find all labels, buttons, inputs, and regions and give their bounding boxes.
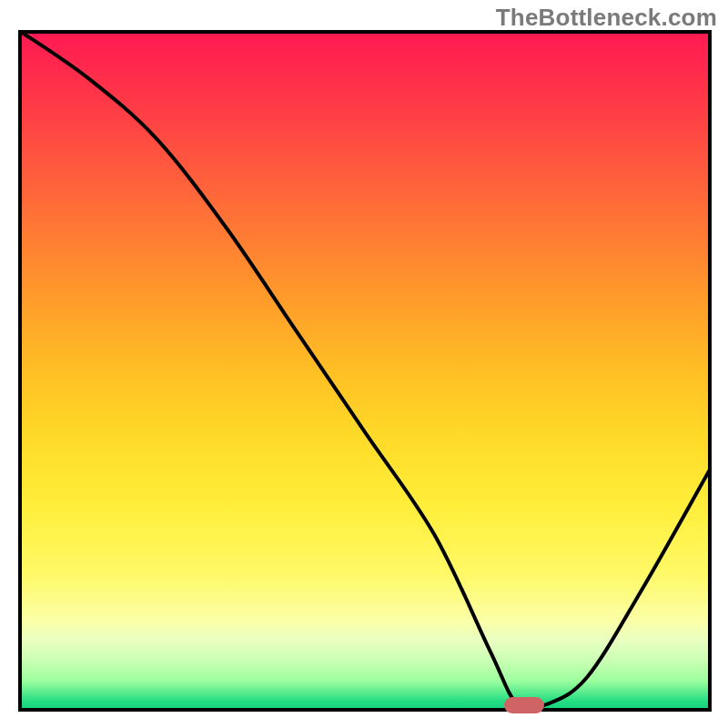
chart-frame: TheBottleneck.com xyxy=(0,0,728,728)
plot-background xyxy=(18,30,712,712)
watermark-text: TheBottleneck.com xyxy=(496,4,717,32)
plot-area xyxy=(18,30,712,712)
optimal-marker xyxy=(504,697,544,713)
